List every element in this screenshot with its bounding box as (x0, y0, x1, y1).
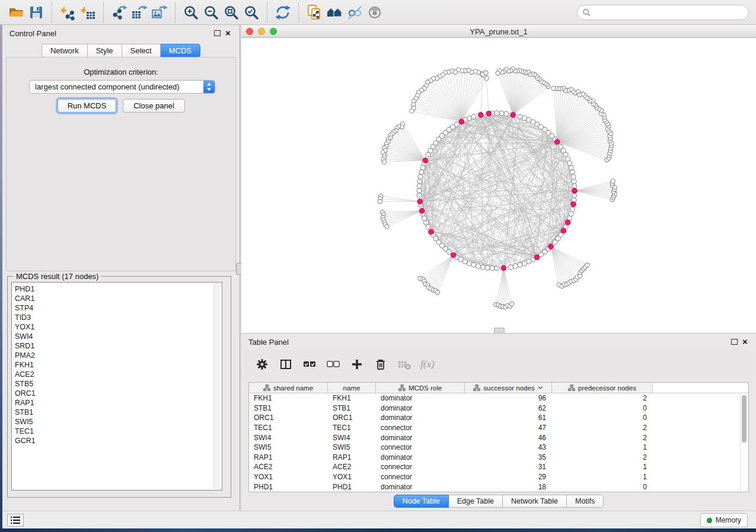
tab-network-table[interactable]: Network Table (503, 495, 567, 508)
column-header-shared-name[interactable]: shared name (249, 383, 328, 393)
mcds-result-item[interactable]: RAP1 (15, 398, 222, 408)
table-cell: 62 (465, 404, 552, 412)
table-cell: SWI4 (328, 434, 376, 442)
table-cell: 2 (552, 453, 653, 462)
mcds-result-item[interactable]: STB5 (15, 379, 222, 389)
export-image-button[interactable] (149, 2, 170, 23)
table-row[interactable]: TEC1TEC1connector472 (249, 423, 741, 433)
mcds-result-item[interactable]: TEC1 (15, 427, 222, 436)
mcds-result-item[interactable]: STP4 (15, 303, 222, 313)
mcds-result-item[interactable]: GCR1 (15, 436, 222, 446)
mcds-result-item[interactable]: PHD1 (15, 284, 222, 294)
table-row[interactable]: YOX1YOX1connector291 (249, 472, 741, 482)
network-graph[interactable] (241, 38, 756, 333)
eye-icon (366, 4, 383, 21)
mcds-result-item[interactable]: ORC1 (15, 389, 222, 398)
select-all-button[interactable] (302, 357, 317, 372)
export-table-button[interactable] (129, 2, 149, 23)
table-row[interactable]: SWI5SWI5connector431 (249, 443, 741, 453)
search-input[interactable] (594, 6, 748, 19)
mcds-result-item[interactable]: SRD1 (15, 341, 222, 351)
zoom-selected-button[interactable] (241, 2, 261, 23)
import-table-button[interactable] (78, 2, 98, 23)
table-cell: 43 (465, 443, 552, 451)
float-panel-icon[interactable] (731, 339, 738, 345)
optimization-criterion-label: Optimization criterion: (7, 68, 235, 76)
mcds-result-item[interactable]: CAR1 (15, 294, 222, 303)
save-session-button[interactable] (26, 2, 46, 23)
tab-edge-table[interactable]: Edge Table (449, 495, 503, 508)
table-row[interactable]: FKH1FKH1dominator962 (249, 393, 741, 403)
birds-eye-view-button[interactable] (365, 2, 385, 23)
mcds-result-item[interactable]: ACE2 (15, 370, 222, 379)
column-header-MCDS-role[interactable]: MCDS role (376, 383, 465, 393)
panel-selector-button[interactable] (7, 514, 24, 527)
tab-network[interactable]: Network (42, 44, 88, 57)
function-builder-button[interactable]: f(x) (420, 357, 435, 372)
table-cell: 35 (465, 453, 552, 462)
table-row[interactable]: SWI4SWI4dominator462 (249, 432, 741, 443)
import-network-button[interactable] (58, 2, 78, 23)
unchecked-boxes-icon (326, 358, 340, 371)
fx-icon: f(x) (420, 358, 435, 370)
network-window-titlebar[interactable]: YPA_prune.txt_1 (241, 25, 756, 38)
table-row[interactable]: RAP1RAP1dominator352 (249, 453, 741, 463)
table-cell: SWI5 (249, 443, 328, 451)
zoom-out-button[interactable] (201, 2, 221, 23)
tab-motifs[interactable]: Motifs (567, 495, 604, 508)
mcds-result-item[interactable]: PMA2 (15, 351, 222, 360)
table-scrollbar[interactable] (740, 394, 748, 492)
hide-details-button[interactable] (344, 2, 365, 23)
first-neighbors-button[interactable] (324, 2, 344, 23)
table-row[interactable]: PHD1PHD1dominator180 (249, 482, 741, 492)
delete-column-button[interactable] (373, 357, 388, 372)
columns-icon (279, 358, 292, 371)
refresh-layout-button[interactable] (273, 2, 293, 23)
tab-node-table[interactable]: Node Table (394, 495, 449, 508)
result-scrollbar[interactable] (213, 283, 221, 489)
table-settings-button[interactable] (254, 357, 270, 372)
mcds-result-item[interactable]: YOX1 (15, 322, 222, 332)
table-cell: 46 (465, 434, 552, 442)
criterion-dropdown[interactable]: largest connected component (undirected) (29, 80, 215, 94)
table-cell: dominator (376, 414, 465, 422)
table-cell: TEC1 (328, 424, 376, 432)
tab-select[interactable]: Select (122, 44, 161, 57)
control-panel-title: Control Panel (9, 29, 56, 38)
clone-network-button[interactable] (304, 2, 324, 23)
tab-mcds[interactable]: MCDS (161, 44, 200, 57)
mcds-result-list[interactable]: PHD1CAR1STP4TID3YOX1SWI4SRD1PMA2FKH1ACE2… (11, 282, 222, 491)
mcds-result-item[interactable]: FKH1 (15, 360, 222, 370)
mcds-result-item[interactable]: SWI4 (15, 332, 222, 341)
add-column-button[interactable] (349, 357, 365, 372)
show-columns-button[interactable] (278, 357, 294, 372)
float-panel-icon[interactable] (214, 30, 221, 36)
mcds-result-item[interactable]: SWI5 (15, 417, 222, 427)
column-header-successor-nodes[interactable]: successor nodes (465, 383, 552, 393)
table-row[interactable]: ACE2ACE2connector311 (249, 462, 741, 472)
table-row[interactable]: ORC1ORC1dominator610 (249, 413, 741, 423)
close-panel-icon[interactable]: × (742, 336, 748, 347)
table-scrollbar-thumb[interactable] (742, 395, 747, 443)
open-session-button[interactable] (6, 2, 26, 23)
network-window: YPA_prune.txt_1 (241, 25, 756, 333)
zoom-in-button[interactable] (181, 2, 201, 23)
run-mcds-button[interactable]: Run MCDS (58, 99, 116, 113)
column-header-predecessor-nodes[interactable]: predecessor nodes (552, 383, 653, 393)
column-header-name[interactable]: name (328, 383, 376, 393)
table-cell: TEC1 (249, 424, 328, 432)
zoom-fit-button[interactable] (221, 2, 241, 23)
table-row[interactable]: STB1STB1dominator620 (249, 403, 741, 414)
network-canvas[interactable] (241, 38, 756, 333)
memory-button[interactable]: Memory (700, 513, 748, 527)
mcds-result-item[interactable]: STB1 (15, 408, 222, 417)
export-network-button[interactable] (109, 2, 129, 23)
delete-table-button[interactable] (397, 357, 412, 372)
tab-style[interactable]: Style (88, 44, 122, 57)
main-toolbar (0, 0, 756, 25)
mcds-result-item[interactable]: TID3 (15, 313, 222, 322)
table-cell: 18 (465, 483, 552, 491)
close-panel-button[interactable]: Close panel (123, 99, 185, 113)
close-panel-icon[interactable]: × (225, 28, 231, 39)
deselect-all-button[interactable] (326, 357, 341, 372)
